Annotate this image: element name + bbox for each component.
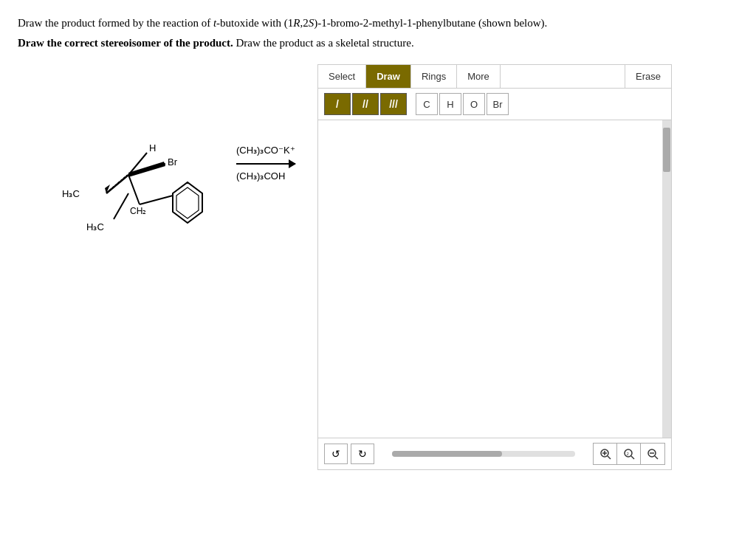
h-label: H — [149, 142, 156, 153]
progress-bar-fill — [392, 451, 502, 457]
zoom-in-icon — [599, 448, 611, 460]
carbon-button[interactable]: C — [416, 93, 438, 115]
select-button[interactable]: Select — [318, 65, 366, 88]
left-panel: CH₂ H₃C H₃C H Br — [18, 79, 295, 241]
h3c-left-label: H₃C — [62, 188, 80, 199]
undo-button[interactable]: ↺ — [324, 444, 348, 464]
molecule-diagram: CH₂ H₃C H₃C H Br — [18, 79, 224, 241]
draw-button[interactable]: Draw — [366, 65, 411, 88]
double-bond-button[interactable]: // — [352, 93, 379, 115]
reagent-top: (CH₃)₃CO⁻K⁺ — [236, 145, 295, 156]
progress-bar — [392, 451, 575, 457]
content-area: CH₂ H₃C H₃C H Br — [18, 64, 738, 470]
bottom-left-controls: ↺ ↻ — [324, 444, 374, 464]
scroll-indicator — [386, 448, 581, 460]
ch2-label: CH₂ — [130, 206, 146, 216]
svg-text:2: 2 — [626, 452, 629, 456]
svg-line-19 — [655, 456, 658, 459]
zoom-out-button[interactable] — [641, 444, 664, 464]
more-button[interactable]: More — [457, 65, 501, 88]
scrollbar-track[interactable] — [662, 120, 671, 438]
question-block: Draw the product formed by the reaction … — [18, 15, 738, 51]
draw-canvas[interactable] — [318, 120, 671, 438]
canvas-wrapper — [318, 120, 671, 438]
question-line2: Draw the correct stereoisomer of the pro… — [18, 35, 738, 52]
svg-line-12 — [608, 456, 611, 459]
zoom-out-icon — [647, 448, 659, 460]
erase-button[interactable]: Erase — [625, 65, 671, 88]
rings-button[interactable]: Rings — [411, 65, 457, 88]
single-bond-button[interactable]: / — [324, 93, 351, 115]
h3c-bottom-label: H₃C — [86, 221, 104, 232]
reaction-area: (CH₃)₃CO⁻K⁺ (CH₃)₃COH — [236, 145, 295, 183]
bond-atom-row: / // /// C H O Br — [318, 89, 671, 120]
svg-line-3 — [128, 175, 140, 204]
zoom-controls: 2 — [593, 443, 665, 465]
svg-line-6 — [114, 193, 128, 219]
bottom-bar: ↺ ↻ — [318, 438, 671, 469]
zoom-fit-icon: 2 — [623, 448, 635, 460]
redo-button[interactable]: ↻ — [351, 444, 374, 464]
triple-bond-button[interactable]: /// — [380, 93, 407, 115]
oxygen-button[interactable]: O — [463, 93, 485, 115]
bromine-button[interactable]: Br — [487, 93, 509, 115]
hydrogen-button[interactable]: H — [439, 93, 461, 115]
arrow-container — [236, 163, 295, 165]
reagent-bottom: (CH₃)₃COH — [236, 170, 285, 182]
zoom-in-button[interactable] — [594, 444, 617, 464]
svg-marker-0 — [173, 182, 202, 223]
zoom-fit-button[interactable]: 2 — [617, 444, 641, 464]
svg-line-4 — [106, 175, 128, 193]
br-label: Br — [168, 156, 178, 168]
reaction-arrow — [236, 163, 295, 165]
toolbar: Select Draw Rings More Erase — [318, 65, 671, 89]
svg-line-2 — [140, 196, 173, 204]
scrollbar-thumb[interactable] — [663, 128, 670, 172]
svg-marker-1 — [176, 187, 199, 218]
svg-line-16 — [631, 456, 634, 459]
draw-panel: Select Draw Rings More Erase / // /// C … — [317, 64, 672, 470]
question-line1: Draw the product formed by the reaction … — [18, 15, 738, 32]
